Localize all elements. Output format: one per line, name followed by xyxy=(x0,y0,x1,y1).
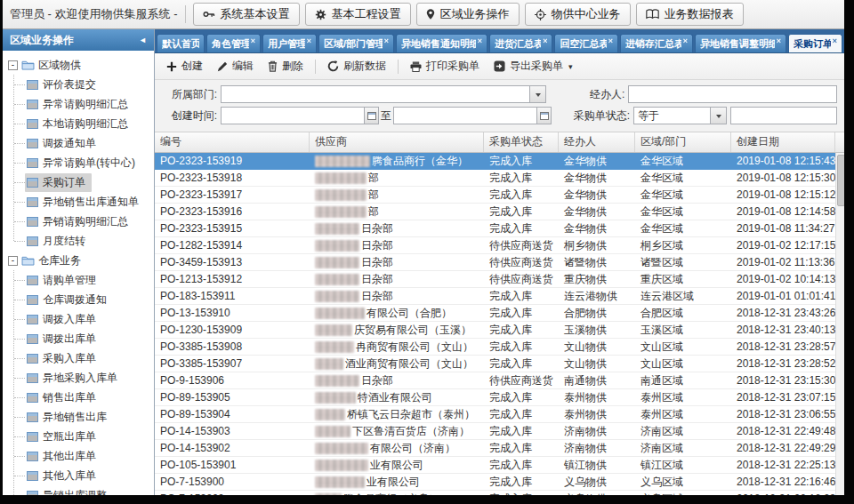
chevron-down-icon[interactable] xyxy=(710,108,726,124)
status-operator-select[interactable]: 等于 xyxy=(633,107,727,124)
export-button[interactable]: 导出采购单▾ xyxy=(487,56,579,76)
cell-supplier: 业有限公司 xyxy=(310,474,484,490)
sidebar-item[interactable]: 销售出库单 xyxy=(3,388,154,407)
calendar-icon[interactable] xyxy=(364,108,378,124)
sidebar-item[interactable]: 月度结转 xyxy=(3,231,154,251)
table-row[interactable]: PO-89-153905特酒业有限公司完成入库泰州物供泰州区域2018-12-3… xyxy=(155,389,835,406)
tab-1[interactable]: 角色管理× xyxy=(206,34,261,52)
tab-0[interactable]: 默认首页 xyxy=(157,34,205,52)
table-row[interactable]: PO-13-153910有限公司（合肥）完成入库合肥物供合肥区域2018-12-… xyxy=(155,305,835,322)
handler-input[interactable] xyxy=(628,85,837,103)
tree-connector xyxy=(14,124,25,124)
vertical-scrollbar[interactable] xyxy=(835,153,844,495)
close-icon[interactable]: × xyxy=(478,36,482,45)
tab-6[interactable]: 回空汇总表× xyxy=(554,34,618,52)
plus-button[interactable]: 创建 xyxy=(160,56,209,76)
pencil-button[interactable]: 编辑 xyxy=(211,56,260,76)
close-icon[interactable]: × xyxy=(251,36,255,45)
sidebar-item[interactable]: 异常请购单(转中心) xyxy=(3,153,154,172)
column-header[interactable]: 创建日期 xyxy=(731,132,835,152)
table-row[interactable]: PO-1213-153912日杂部待供应商送货重庆物供重庆区域2019-01-0… xyxy=(155,271,835,288)
table-row[interactable]: PO-7-153900业有限公司完成入库义乌物供义乌区域2018-12-31 2… xyxy=(155,474,835,491)
sidebar-item[interactable]: 异常请购明细汇总 xyxy=(3,94,154,114)
table-row[interactable]: PO-14-153903下区鲁清百货店（济南）完成入库济南物供济南区域2018-… xyxy=(155,423,835,440)
date-to-input[interactable] xyxy=(393,107,552,124)
sidebar-item[interactable]: 其他出库单 xyxy=(3,446,154,466)
table-row[interactable]: PO-9-153906日杂部待供应商送货南通物供南通区域2018-12-31 2… xyxy=(155,372,835,389)
sidebar-item[interactable]: 调拨入库单 xyxy=(3,309,154,329)
table-row[interactable]: PO-1230-153909庆贸易有限公司（玉溪）完成入库玉溪物供玉溪区域201… xyxy=(155,322,835,339)
status-value-input[interactable] xyxy=(730,107,837,124)
close-icon[interactable]: × xyxy=(777,36,781,45)
close-icon[interactable]: × xyxy=(833,36,837,45)
chevron-down-icon[interactable] xyxy=(529,86,545,102)
sidebar-item[interactable]: 采购入库单 xyxy=(3,348,154,368)
collapse-box-icon[interactable]: - xyxy=(8,60,18,70)
sidebar-item[interactable]: 其他入库单 xyxy=(3,466,154,485)
table-row[interactable]: PO-2323-153916部完成入库金华物供金华区域2019-01-08 12… xyxy=(155,204,835,220)
sidebar-item[interactable]: 调拨出库单 xyxy=(3,329,154,348)
table-row[interactable]: PO-14-153902有限公司（济南）完成入库济南物供济南区域2018-12-… xyxy=(155,440,835,457)
tab-active[interactable]: 采购订单× xyxy=(788,34,842,52)
table-row[interactable]: PO-89-153904桥镇飞云日杂超市（泰州）完成入库泰州物供泰州区域2018… xyxy=(155,406,835,423)
close-icon[interactable]: × xyxy=(608,36,613,45)
sidebar-item[interactable]: 异地采购入库单 xyxy=(3,368,154,388)
table-row[interactable]: PO-7-153899腾食品商行（义乌）完成入库义乌物供义乌区域2018-12-… xyxy=(155,491,835,495)
menu-button-target[interactable]: 物供中心业务 xyxy=(525,3,631,26)
date-from-input[interactable] xyxy=(221,107,379,124)
tab-label: 区域/部门管理 xyxy=(324,37,383,51)
tab-5[interactable]: 进货汇总表× xyxy=(489,34,553,52)
department-select[interactable] xyxy=(221,85,546,103)
table-row[interactable]: PO-3385-153907酒业商贸有限公司（文山）完成入库文山物供文山区域20… xyxy=(155,356,835,372)
column-header[interactable]: 区域/部门 xyxy=(635,132,731,152)
close-icon[interactable]: × xyxy=(683,36,688,45)
column-header[interactable]: 供应商 xyxy=(310,132,484,152)
column-header[interactable]: 经办人 xyxy=(559,132,635,152)
scrollbar-thumb[interactable] xyxy=(837,155,844,206)
close-icon[interactable]: × xyxy=(307,36,311,45)
sidebar-item[interactable]: 本地请购明细汇总 xyxy=(3,114,154,133)
redacted-supplier-blur xyxy=(315,172,367,184)
table-row[interactable]: PO-183-153911日杂部完成入库连云港物供连云港区域2019-01-01… xyxy=(155,288,835,305)
table-row[interactable]: PO-2323-153915日杂部完成入库金华物供金华区域2019-01-08 … xyxy=(155,220,835,237)
sidebar-item[interactable]: 异销出库调整 xyxy=(3,485,154,495)
sidebar-item[interactable]: 调拨通知单 xyxy=(3,133,154,153)
menu-button-book[interactable]: 业务数据报表 xyxy=(636,3,744,26)
table-row[interactable]: PO-3385-153908冉商贸有限公司（文山）完成入库文山物供文山区域201… xyxy=(155,339,835,356)
menu-button-gear[interactable]: 基本工程设置 xyxy=(305,3,411,26)
tab-4[interactable]: 异地销售通知明细× xyxy=(396,34,487,52)
tab-3[interactable]: 区域/部门管理× xyxy=(318,34,394,52)
calendar-icon[interactable] xyxy=(536,108,551,124)
sidebar-item[interactable]: 空瓶出库单 xyxy=(3,427,154,446)
sidebar-item[interactable]: 请购单管理 xyxy=(3,270,154,290)
printer-button[interactable]: 打印采购单 xyxy=(404,56,486,76)
collapse-box-icon[interactable]: - xyxy=(8,256,18,266)
collapse-sidebar-icon[interactable]: ◄ xyxy=(139,36,147,44)
sidebar-item[interactable]: 异销请购明细汇总 xyxy=(3,212,154,231)
refresh-button[interactable]: 刷新数据 xyxy=(321,56,392,76)
tab-7[interactable]: 进销存汇总表× xyxy=(620,34,693,52)
column-header[interactable]: 采购单状态 xyxy=(484,132,559,152)
table-row[interactable]: PO-2323-153919腾食品商行（金华）完成入库金华物供金华区域2019-… xyxy=(155,153,835,170)
menu-button-pin[interactable]: 区域业务操作 xyxy=(416,3,520,26)
trash-button[interactable]: 删除 xyxy=(262,56,310,76)
table-row[interactable]: PO-3459-153913日杂部待供应商送货诸暨物供诸暨区域2019-01-0… xyxy=(155,254,835,271)
sidebar-item[interactable]: 采购订单 xyxy=(3,172,154,192)
table-row[interactable]: PO-2323-153917部完成入库金华物供金华区域2019-01-08 12… xyxy=(155,187,835,204)
sidebar-item[interactable]: 异地销售出库 xyxy=(3,407,154,427)
sidebar-item[interactable]: 异地销售出库通知单 xyxy=(3,192,154,212)
table-row[interactable]: PO-1282-153914日杂部待供应商送货桐乡物供桐乡区域2019-01-0… xyxy=(155,237,835,254)
tree-group[interactable]: -区域物供 xyxy=(3,55,154,75)
sidebar-item[interactable]: 评价表提交 xyxy=(3,75,154,94)
menu-button-key[interactable]: 系统基本设置 xyxy=(193,3,300,26)
sidebar-item[interactable]: 仓库调拨通知 xyxy=(3,290,154,309)
tree-group[interactable]: -仓库业务 xyxy=(3,251,154,270)
close-icon[interactable]: × xyxy=(384,36,389,45)
tab-2[interactable]: 用户管理× xyxy=(262,34,317,52)
column-header[interactable]: 编号 xyxy=(155,132,310,152)
redacted-supplier-blur xyxy=(315,409,345,420)
close-icon[interactable]: × xyxy=(543,36,547,45)
tab-8[interactable]: 异地销售调整明细× xyxy=(695,34,786,52)
table-row[interactable]: PO-2323-153918部完成入库金华物供金华区域2019-01-08 12… xyxy=(155,170,835,187)
table-row[interactable]: PO-105-153901业有限公司完成入库镇江物供镇江区域2018-12-31… xyxy=(155,457,835,474)
